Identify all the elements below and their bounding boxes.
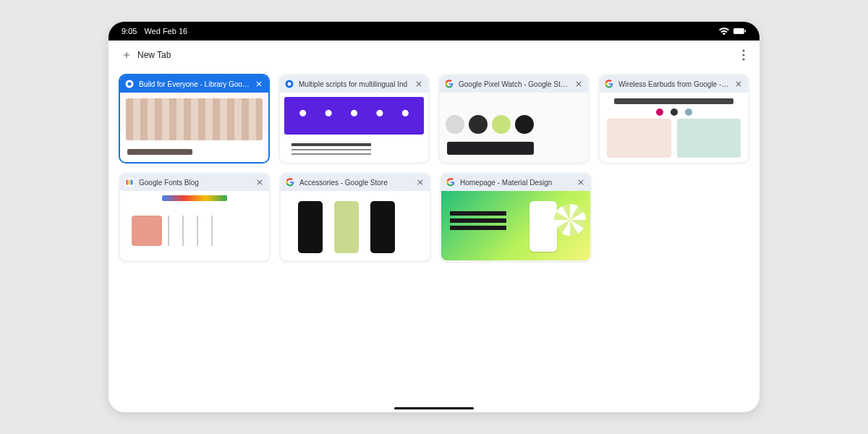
close-tab-button[interactable]: [576, 177, 586, 187]
tab-header: Google Fonts Blog: [120, 174, 269, 191]
svg-point-4: [742, 58, 744, 60]
svg-rect-12: [131, 180, 133, 185]
status-time: 9:05: [122, 27, 137, 35]
tab-title: Multiple scripts for multilingual Ind: [299, 80, 409, 88]
close-tab-button[interactable]: [254, 79, 264, 89]
svg-point-6: [128, 82, 132, 86]
favicon-icon: [284, 79, 294, 89]
status-date: Wed Feb 16: [144, 27, 187, 35]
tab-header: Google Pixel Watch - Google Store: [440, 75, 588, 93]
tab-thumbnail: [120, 93, 268, 162]
tab-title: Google Fonts Blog: [139, 179, 250, 187]
tab-card[interactable]: Accessories - Google Store: [279, 172, 431, 262]
wifi-icon: [719, 27, 729, 35]
tab-row: Build for Everyone - Library GoogleMulti…: [119, 74, 749, 163]
browser-toolbar: New Tab: [109, 41, 760, 69]
tab-title: Homepage - Material Design: [460, 179, 571, 187]
close-tab-button[interactable]: [415, 177, 425, 187]
close-tab-button[interactable]: [255, 177, 265, 187]
close-tab-button[interactable]: [414, 79, 424, 89]
tab-row: Google Fonts BlogAccessories - Google St…: [119, 172, 749, 262]
new-tab-label: New Tab: [137, 50, 171, 60]
favicon-icon: [285, 177, 295, 187]
close-tab-button[interactable]: [733, 79, 744, 89]
tab-card[interactable]: Homepage - Material Design: [440, 172, 592, 262]
tab-card[interactable]: Wireless Earbuds from Google - Go: [598, 74, 749, 163]
tab-card[interactable]: Multiple scripts for multilingual Ind: [278, 74, 430, 163]
tab-title: Google Pixel Watch - Google Store: [459, 80, 569, 88]
tab-header: Multiple scripts for multilingual Ind: [280, 75, 428, 93]
favicon-icon: [444, 79, 454, 89]
tab-title: Accessories - Google Store: [299, 179, 411, 187]
close-tab-button[interactable]: [574, 79, 584, 89]
tab-header: Accessories - Google Store: [281, 174, 430, 191]
tab-thumbnail: [441, 191, 590, 260]
favicon-icon: [124, 79, 135, 89]
home-indicator[interactable]: [394, 407, 474, 409]
tab-thumbnail: [120, 191, 269, 260]
tab-thumbnail: [280, 93, 428, 162]
tab-switcher-grid[interactable]: Build for Everyone - Library GoogleMulti…: [109, 69, 760, 412]
overflow-menu-button[interactable]: [738, 45, 749, 65]
tab-card[interactable]: Google Pixel Watch - Google Store: [438, 74, 590, 163]
tab-card[interactable]: Google Fonts Blog: [119, 172, 271, 262]
battery-icon: [733, 27, 746, 35]
favicon-icon: [124, 177, 135, 187]
tablet-frame: 9:05 Wed Feb 16 New Tab Build for Everyo…: [109, 22, 760, 412]
svg-point-8: [288, 82, 292, 86]
svg-rect-0: [733, 28, 744, 34]
favicon-icon: [604, 79, 614, 89]
tab-header: Homepage - Material Design: [441, 174, 590, 191]
tab-header: Build for Everyone - Library Google: [120, 75, 268, 93]
status-icons: [719, 27, 746, 35]
tab-title: Wireless Earbuds from Google - Go: [618, 80, 729, 88]
svg-point-2: [742, 49, 744, 51]
plus-icon: [122, 50, 132, 60]
svg-rect-1: [745, 30, 746, 32]
svg-point-3: [742, 54, 744, 56]
kebab-icon: [742, 49, 745, 61]
tab-thumbnail: [281, 191, 430, 260]
tab-title: Build for Everyone - Library Google: [139, 80, 250, 88]
svg-rect-10: [127, 180, 128, 185]
tab-card[interactable]: Build for Everyone - Library Google: [119, 74, 270, 163]
svg-rect-11: [129, 180, 130, 185]
tab-thumbnail: [440, 93, 588, 162]
new-tab-button[interactable]: New Tab: [119, 46, 174, 64]
favicon-icon: [446, 177, 456, 187]
tab-header: Wireless Earbuds from Google - Go: [600, 75, 748, 93]
status-bar: 9:05 Wed Feb 16: [109, 22, 760, 41]
tab-thumbnail: [600, 93, 748, 162]
